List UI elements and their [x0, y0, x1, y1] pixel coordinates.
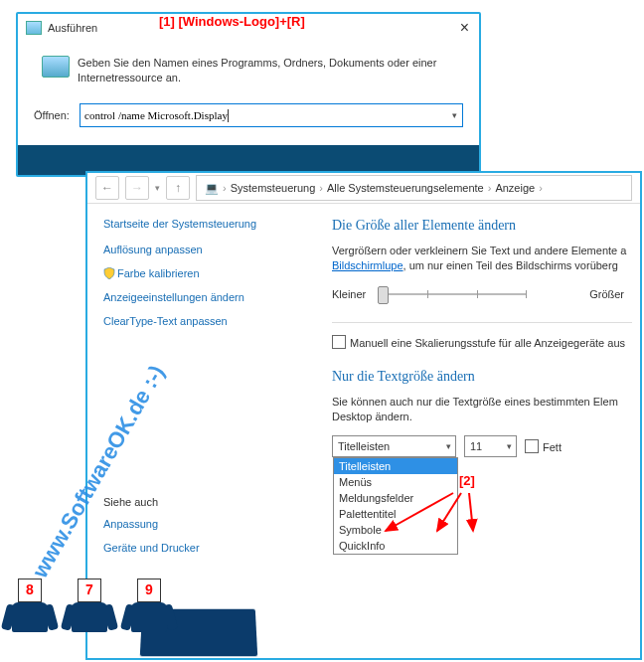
heading-size: Die Größe aller Elemente ändern: [332, 218, 640, 234]
slider-thumb[interactable]: [378, 286, 389, 304]
chevron-down-icon: ▾: [446, 441, 451, 451]
size-select[interactable]: 11▾: [464, 435, 517, 457]
shield-icon: [103, 267, 115, 279]
sidebar-link-cleartype[interactable]: ClearType-Text anpassen: [103, 315, 298, 327]
bold-row: Fett: [525, 439, 562, 453]
element-select[interactable]: Titelleisten▾ Titelleisten Menüs Meldung…: [332, 435, 456, 457]
run-input-value: control /name Microsoft.Display: [84, 109, 228, 121]
option-icons[interactable]: Symbole: [334, 522, 457, 538]
run-icon: [26, 21, 42, 35]
text-size-controls: Titelleisten▾ Titelleisten Menüs Meldung…: [332, 435, 640, 457]
breadcrumb[interactable]: 💻› Systemsteuerung› Alle Systemsteuerung…: [196, 175, 632, 201]
figure-1: 8: [0, 579, 60, 650]
close-icon[interactable]: ×: [460, 19, 469, 37]
crumb-0[interactable]: Systemsteuerung: [231, 182, 316, 194]
chevron-down-icon[interactable]: ▾: [452, 110, 457, 120]
sidebar-home[interactable]: Startseite der Systemsteuerung: [103, 218, 298, 230]
sidebar-link-display[interactable]: Anzeigeeinstellungen ändern: [103, 291, 298, 303]
chevron-down-icon[interactable]: ▾: [155, 183, 160, 193]
forward-button[interactable]: →: [125, 176, 149, 200]
option-titlebars[interactable]: Titelleisten: [334, 458, 457, 474]
annotation-1: [1] [Windows-Logo]+[R]: [159, 14, 305, 29]
see-also-personalization[interactable]: Anpassung: [103, 518, 298, 530]
main-panel: Die Größe aller Elemente ändern Vergröße…: [314, 204, 640, 659]
back-button[interactable]: ←: [95, 176, 119, 200]
chevron-down-icon: ▾: [507, 441, 512, 451]
option-palette[interactable]: Palettentitel: [334, 506, 457, 522]
sidebar-link-resolution[interactable]: Auflösung anpassen: [103, 244, 298, 255]
manual-scale-checkbox[interactable]: [332, 335, 346, 349]
heading-text-size: Nur die Textgröße ändern: [332, 369, 640, 385]
see-also-devices[interactable]: Geräte und Drucker: [103, 542, 298, 554]
run-description: Geben Sie den Namen eines Programms, Ord…: [78, 56, 463, 86]
nav-bar: ← → ▾ ↑ 💻› Systemsteuerung› Alle Systems…: [87, 173, 640, 204]
bold-checkbox[interactable]: [525, 439, 539, 453]
option-messageboxes[interactable]: Meldungsfelder: [334, 490, 457, 506]
option-quickinfo[interactable]: QuickInfo: [334, 538, 457, 554]
crumb-1[interactable]: Alle Systemsteuerungselemente: [327, 182, 484, 194]
see-also-heading: Siehe auch: [103, 496, 298, 508]
run-input[interactable]: control /name Microsoft.Display ▾: [80, 103, 463, 127]
slider-label-smaller: Kleiner: [332, 288, 366, 300]
text-size-description: Sie können auch nur die Textgröße eines …: [332, 395, 640, 425]
sidebar-link-color[interactable]: Farbe kalibrieren: [103, 267, 298, 279]
slider-label-larger: Größer: [589, 288, 624, 300]
run-dialog: Ausführen × Geben Sie den Namen eines Pr…: [16, 12, 481, 177]
element-dropdown: Titelleisten Menüs Meldungsfelder Palett…: [333, 457, 458, 555]
annotation-2: [2]: [459, 473, 475, 488]
figure-3: 9: [119, 579, 179, 650]
scale-slider[interactable]: [378, 284, 527, 304]
magnifier-link[interactable]: Bildschirmlupe: [332, 259, 403, 271]
figure-2: 7: [60, 579, 119, 650]
run-title: Ausführen: [48, 22, 97, 34]
pc-icon: 💻: [205, 182, 219, 195]
option-menus[interactable]: Menüs: [334, 474, 457, 490]
cartoon-figures: 8 7 9: [0, 579, 179, 650]
up-button[interactable]: ↑: [166, 176, 190, 200]
run-body: Geben Sie den Namen eines Programms, Ord…: [18, 42, 479, 145]
size-description: Vergrößern oder verkleinern Sie Text und…: [332, 244, 640, 274]
manual-scale-row: Manuell eine Skalierungsstufe für alle A…: [332, 335, 640, 349]
monitor-icon: [42, 56, 70, 78]
open-label: Öffnen:: [34, 109, 80, 121]
crumb-2[interactable]: Anzeige: [495, 182, 535, 194]
